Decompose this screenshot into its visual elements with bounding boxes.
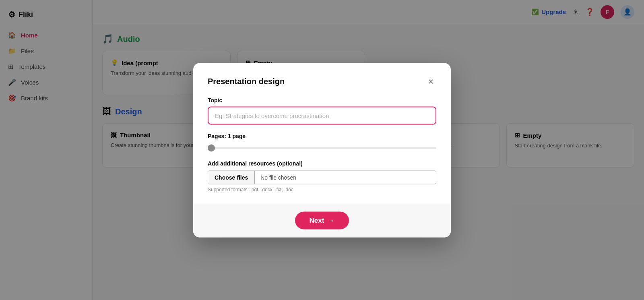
resources-label: Add additional resources (optional) bbox=[208, 160, 436, 166]
next-label: Next bbox=[310, 216, 324, 224]
modal-close-button[interactable]: ✕ bbox=[425, 76, 436, 87]
presentation-design-modal: Presentation design ✕ Topic Pages: 1 pag… bbox=[193, 63, 451, 237]
modal-body: Presentation design ✕ Topic Pages: 1 pag… bbox=[193, 63, 451, 203]
pages-slider[interactable] bbox=[208, 147, 436, 149]
file-input-wrapper: Choose files No file chosen bbox=[208, 170, 436, 184]
supported-formats: Supported formats: .pdf, .docx, .txt, .d… bbox=[208, 186, 436, 192]
choose-files-button[interactable]: Choose files bbox=[208, 171, 255, 184]
next-arrow-icon: → bbox=[328, 217, 334, 224]
modal-header: Presentation design ✕ bbox=[208, 76, 436, 87]
modal-footer: Next → bbox=[193, 203, 451, 237]
pages-label: Pages: 1 page bbox=[208, 132, 436, 139]
topic-input[interactable] bbox=[208, 106, 436, 124]
topic-label: Topic bbox=[208, 97, 436, 103]
no-file-text: No file chosen bbox=[255, 171, 302, 184]
modal-title: Presentation design bbox=[208, 77, 285, 86]
slider-wrapper bbox=[208, 143, 436, 150]
next-button[interactable]: Next → bbox=[295, 211, 349, 229]
